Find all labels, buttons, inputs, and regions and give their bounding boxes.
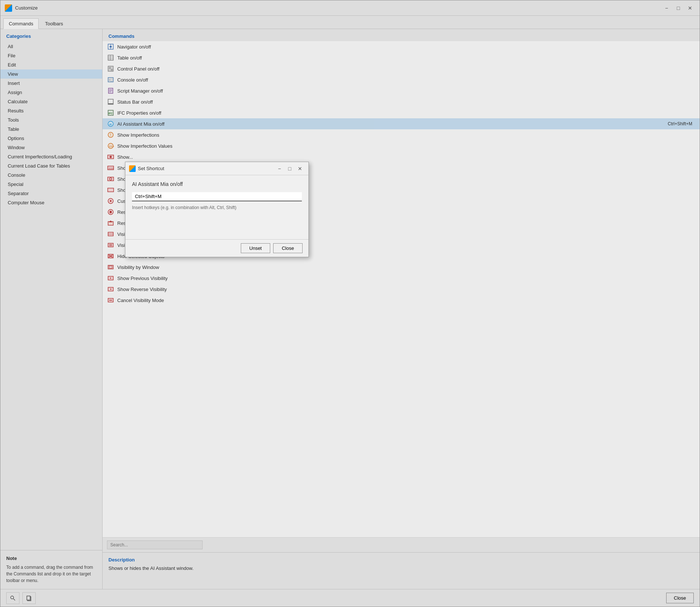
dialog-overlay: Set Shortcut − □ ✕ AI Assistant Mia on/o… [0, 0, 700, 607]
dialog-maximize-button[interactable]: □ [285, 164, 294, 173]
dialog-title: Set Shortcut [138, 166, 164, 171]
unset-button[interactable]: Unset [241, 243, 270, 253]
dialog-minimize-button[interactable]: − [275, 164, 284, 173]
dialog-footer: Unset Close [125, 239, 308, 257]
dialog-hint: Insert hotkeys (e.g. in combination with… [132, 205, 302, 210]
dialog-command-name: AI Assistant Mia on/off [132, 181, 302, 187]
dialog-title-bar: Set Shortcut − □ ✕ [125, 162, 308, 175]
set-shortcut-dialog: Set Shortcut − □ ✕ AI Assistant Mia on/o… [125, 162, 309, 257]
dialog-body: AI Assistant Mia on/off Insert hotkeys (… [125, 175, 308, 239]
dialog-close-button[interactable]: ✕ [295, 164, 305, 173]
shortcut-input[interactable] [132, 192, 302, 201]
dialog-app-icon [129, 165, 136, 172]
dialog-close-btn[interactable]: Close [273, 243, 303, 253]
